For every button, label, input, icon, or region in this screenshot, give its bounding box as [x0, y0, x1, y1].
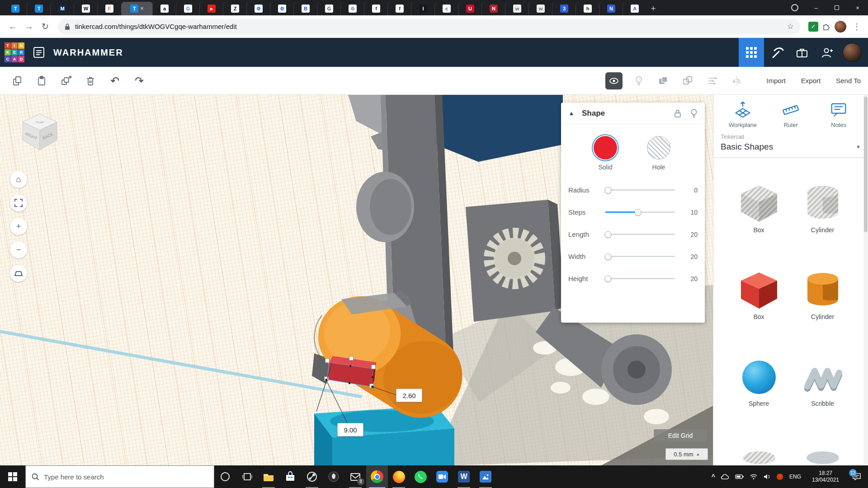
cortana-button[interactable]	[214, 465, 236, 488]
photos-button[interactable]	[475, 465, 496, 488]
home-view-button[interactable]: ⌂	[10, 171, 27, 188]
dimension-length-field[interactable]: 9.00	[337, 423, 363, 436]
tab-close-icon[interactable]: ×	[140, 6, 143, 11]
viewport-canvas[interactable]: TOP RIGHT BACK ⌂ + − 2.60 9.00 Edit Grid…	[0, 95, 713, 465]
browser-tab[interactable]: T	[27, 2, 51, 15]
minecraft-pickaxe-icon[interactable]	[764, 38, 789, 67]
dimension-width-field[interactable]: 2.60	[396, 389, 422, 402]
word-button[interactable]: W	[453, 465, 475, 488]
slider-knob[interactable]	[605, 187, 612, 193]
shape-item-sphere[interactable]: Sphere	[737, 357, 781, 407]
browser-tab[interactable]: A	[623, 2, 646, 15]
reload-button[interactable]: ↻	[37, 19, 53, 35]
slider-track[interactable]	[605, 278, 675, 279]
url-text[interactable]: tinkercad.com/things/dtkWOGVCgqe-warhamm…	[75, 23, 787, 30]
snap-grid-dropdown[interactable]: 0.5 mm ▲	[665, 448, 708, 460]
ungroup-icon[interactable]	[678, 71, 698, 91]
mail-button[interactable]: 8	[344, 465, 366, 488]
action-center-button[interactable]: 13	[849, 465, 864, 488]
shape-item-cylinder[interactable]: Cylinder	[801, 271, 844, 320]
bricks-toolbox-icon[interactable]	[789, 38, 815, 67]
browser-tab[interactable]: B	[294, 2, 317, 15]
bookmark-star-icon[interactable]: ☆	[787, 22, 794, 31]
browser-tab[interactable]: ⚙	[247, 2, 270, 15]
gear-panel[interactable]	[466, 200, 564, 322]
design-title[interactable]: WARHAMMER	[53, 47, 123, 58]
edit-grid-button[interactable]: Edit Grid	[654, 429, 707, 442]
slider-knob[interactable]	[635, 209, 642, 216]
show-hide-eye-icon[interactable]	[605, 72, 623, 89]
lock-shape-icon[interactable]	[673, 108, 682, 118]
slider-track[interactable]	[605, 189, 675, 191]
address-bar[interactable]: tinkercad.com/things/dtkWOGVCgqe-warhamm…	[58, 19, 800, 34]
browser-tab[interactable]: N	[482, 2, 505, 15]
browser-tab-active[interactable]: T×	[121, 2, 153, 15]
import-button[interactable]: Import	[766, 77, 786, 84]
window-minimize-button[interactable]: –	[806, 0, 826, 15]
export-button[interactable]: Export	[801, 77, 821, 84]
browser-tab[interactable]: w	[529, 2, 552, 15]
zoom-in-button[interactable]: +	[10, 218, 27, 235]
tab-search-icon[interactable]	[791, 4, 798, 11]
group-icon[interactable]	[653, 71, 673, 91]
shape-item-box-hole[interactable]: Box	[737, 184, 781, 234]
align-icon[interactable]	[702, 71, 722, 91]
shape-library-select[interactable]: Tinkercad Basic Shapes ▼	[713, 128, 868, 158]
extensions-puzzle-icon[interactable]	[822, 22, 831, 31]
browser-tab[interactable]: a	[153, 2, 176, 15]
shape-item-partial[interactable]	[737, 444, 781, 465]
browser-tab[interactable]: ▸	[200, 2, 223, 15]
browser-tab[interactable]: Z	[223, 2, 247, 15]
window-maximize-button[interactable]	[826, 0, 847, 15]
alienware-button[interactable]	[323, 465, 344, 488]
light-bulb-icon[interactable]	[629, 71, 649, 91]
shape-item-box[interactable]: Box	[737, 271, 781, 320]
tinkercad-logo[interactable]: T I N K E R C A D	[5, 42, 24, 62]
workplane-tool[interactable]: Workplane	[720, 99, 765, 128]
user-avatar[interactable]	[843, 43, 862, 62]
firefox-button[interactable]	[388, 465, 410, 488]
hip-joint[interactable]	[356, 172, 414, 242]
back-button[interactable]: ←	[5, 19, 21, 35]
undo-icon[interactable]: ↶	[105, 71, 125, 91]
forward-button[interactable]: →	[21, 19, 37, 35]
start-button[interactable]	[0, 465, 25, 488]
paste-icon[interactable]	[32, 71, 52, 91]
battery-icon[interactable]	[735, 474, 744, 479]
browser-tab[interactable]: h	[576, 2, 599, 15]
notes-tool[interactable]: Notes	[816, 99, 861, 128]
redo-icon[interactable]: ↷	[129, 71, 149, 91]
browser-tab[interactable]: I	[411, 2, 435, 15]
hide-shape-bulb-icon[interactable]	[689, 108, 698, 118]
new-tab-button[interactable]: +	[646, 2, 660, 15]
hole-swatch[interactable]	[647, 136, 670, 160]
design-menu-icon[interactable]	[30, 43, 48, 61]
ms-store-button[interactable]	[279, 465, 301, 488]
view-cube[interactable]: TOP RIGHT BACK	[17, 110, 62, 155]
browser-tab[interactable]: T	[4, 2, 27, 15]
lock-icon[interactable]	[64, 23, 71, 30]
slider-track[interactable]	[605, 234, 675, 235]
solid-option[interactable]: Solid	[594, 136, 617, 171]
taskbar-search[interactable]	[25, 465, 214, 488]
slider-knob[interactable]	[605, 253, 612, 260]
mirror-flip-icon[interactable]	[726, 71, 746, 91]
tray-expand-icon[interactable]: ^	[712, 473, 715, 480]
taskbar-clock[interactable]: 18:27 13/04/2021	[807, 470, 844, 483]
shape-item-scribble[interactable]: Scribble	[801, 357, 844, 407]
antivirus-tray-icon[interactable]	[777, 474, 783, 480]
browser-profile-avatar[interactable]	[835, 21, 846, 33]
search-input[interactable]	[44, 473, 208, 481]
zoom-button[interactable]	[431, 465, 453, 488]
browser-tab[interactable]: 3	[552, 2, 576, 15]
perspective-toggle-button[interactable]	[10, 265, 27, 282]
browser-tab[interactable]: W	[74, 2, 98, 15]
browser-tab[interactable]: G	[176, 2, 200, 15]
browser-tab[interactable]: G	[317, 2, 341, 15]
scrollbar-thumb[interactable]	[864, 97, 868, 232]
chrome-button[interactable]	[366, 465, 388, 488]
slider-knob[interactable]	[605, 275, 612, 282]
ruler-tool[interactable]: Ruler	[768, 99, 813, 128]
delete-icon[interactable]	[80, 71, 100, 91]
browser-tab[interactable]: ⚙	[341, 2, 364, 15]
